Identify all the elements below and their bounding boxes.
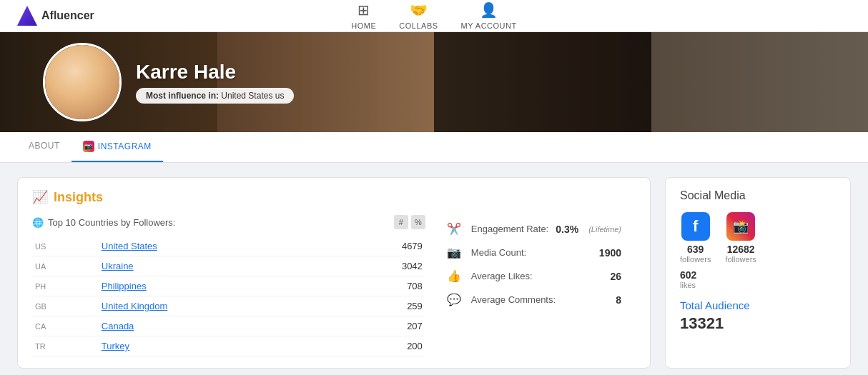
profile-info: Karre Hale Most influence in: United Sta… [136, 61, 294, 104]
country-count: 4679 [337, 236, 425, 256]
stat-icon-media: 📷 [447, 246, 461, 259]
instagram-item: 📸 12682 followers [725, 212, 756, 264]
table-row: PH Philippines 708 [32, 276, 425, 296]
banner-overlay [0, 32, 868, 132]
country-code: UA [35, 262, 49, 271]
country-name[interactable]: Canada [102, 321, 134, 331]
profile-name: Karre Hale [136, 61, 294, 84]
country-code: PH [35, 282, 49, 291]
total-audience-count: 13321 [680, 314, 836, 333]
logo-icon [17, 6, 37, 26]
profile-banner: Karre Hale Most influence in: United Sta… [0, 32, 868, 132]
facebook-followers: 639 [687, 244, 704, 255]
stat-icon-likes: 👍 [447, 269, 461, 283]
country-count: 3042 [337, 256, 425, 276]
stat-label-engagement: Engagement Rate: [471, 224, 548, 234]
facebook-followers-label: followers [680, 255, 711, 264]
percent-btn[interactable]: % [411, 215, 425, 229]
stat-row-media: 📷 Media Count: 1900 [447, 246, 621, 259]
facebook-item: f 639 followers [680, 212, 711, 264]
social-card: Social Media f 639 followers 📸 12682 fol… [665, 177, 851, 369]
stat-note-engagement: (Lifetime) [588, 225, 621, 234]
table-controls: # % [394, 215, 425, 229]
instagram-tab-icon: 📷 [83, 141, 94, 152]
nav-account-label: MY ACCOUNT [461, 21, 517, 30]
stat-value-engagement: 0.3% [556, 224, 578, 235]
hash-btn[interactable]: # [394, 215, 408, 229]
country-code: TR [35, 342, 49, 351]
home-icon: ⊞ [357, 1, 370, 19]
country-count: 708 [337, 276, 425, 296]
tab-instagram-label: INSTAGRAM [98, 141, 152, 151]
table-row: TR Turkey 200 [32, 336, 425, 356]
tab-instagram[interactable]: 📷 INSTAGRAM [71, 132, 163, 162]
country-count: 200 [337, 336, 425, 356]
instagram-followers: 12682 [727, 244, 755, 255]
instagram-social-icon[interactable]: 📸 [726, 212, 755, 241]
country-code: CA [35, 322, 49, 331]
insights-card: 📈 Insights 🌐 Top 10 Countries by Followe… [17, 177, 651, 369]
total-audience-title: Total Audience [680, 299, 836, 311]
globe-icon: 🌐 [32, 217, 44, 228]
tab-about[interactable]: ABOUT [17, 132, 71, 162]
instagram-followers-label: followers [725, 255, 756, 264]
nav-home-label: HOME [351, 21, 376, 30]
main-nav: ⊞ HOME 🤝 COLLABS 👤 MY ACCOUNT [351, 1, 516, 30]
facebook-likes-count: 602 [680, 269, 836, 281]
social-media-title: Social Media [680, 189, 836, 202]
tabs-bar: ABOUT 📷 INSTAGRAM [0, 132, 868, 163]
country-count: 259 [337, 296, 425, 316]
stat-row-likes: 👍 Average Likes: 26 [447, 269, 621, 283]
stat-value-comments: 8 [616, 294, 621, 306]
country-count: 207 [337, 316, 425, 336]
table-row: UA Ukraine 3042 [32, 256, 425, 276]
influence-location: United States us [221, 91, 284, 101]
table-row: GB United Kingdom 259 [32, 296, 425, 316]
influence-badge: Most influence in: United States us [136, 88, 294, 104]
table-row: US United States 4679 [32, 236, 425, 256]
avatar-image [45, 45, 119, 119]
avatar [43, 43, 122, 121]
stats-list: ✂️ Engagement Rate: 0.3% (Lifetime) 📷 Me… [447, 222, 621, 316]
stat-row-engagement: ✂️ Engagement Rate: 0.3% (Lifetime) [447, 222, 621, 236]
country-table: US United States 4679 UA Ukraine 3042 PH… [32, 236, 425, 356]
nav-collabs-label: COLLABS [399, 21, 438, 30]
nav-my-account[interactable]: 👤 MY ACCOUNT [461, 1, 517, 30]
social-icons-row: f 639 followers 📸 12682 followers [680, 212, 836, 264]
account-icon: 👤 [480, 1, 498, 19]
stat-label-likes: Average Likes: [471, 271, 603, 281]
country-name[interactable]: Turkey [102, 341, 129, 351]
country-name[interactable]: United States [102, 241, 157, 251]
collabs-icon: 🤝 [410, 1, 428, 19]
header: Afluencer ⊞ HOME 🤝 COLLABS 👤 MY ACCOUNT [0, 0, 868, 32]
stat-label-media: Media Count: [471, 247, 592, 258]
insights-title: 📈 Insights [32, 189, 636, 205]
nav-collabs[interactable]: 🤝 COLLABS [399, 1, 438, 30]
logo-area: Afluencer [17, 6, 94, 26]
stat-label-comments: Average Comments: [471, 294, 608, 305]
countries-subtitle: 🌐 Top 10 Countries by Followers: # % [32, 215, 425, 229]
logo-text: Afluencer [41, 9, 94, 22]
countries-section: 🌐 Top 10 Countries by Followers: # % US … [32, 215, 425, 356]
country-name[interactable]: United Kingdom [102, 301, 168, 311]
facebook-likes-label: likes [680, 281, 836, 289]
table-row: CA Canada 207 [32, 316, 425, 336]
stat-row-comments: 💬 Average Comments: 8 [447, 293, 621, 306]
country-code: GB [35, 302, 49, 311]
main-content: 📈 Insights 🌐 Top 10 Countries by Followe… [0, 163, 868, 375]
stat-value-likes: 26 [610, 271, 621, 282]
insights-body: 🌐 Top 10 Countries by Followers: # % US … [32, 215, 636, 356]
stat-value-media: 1900 [599, 247, 621, 259]
nav-home[interactable]: ⊞ HOME [351, 1, 376, 30]
country-name[interactable]: Ukraine [102, 261, 134, 271]
influence-label: Most influence in: [146, 91, 219, 101]
stat-icon-comments: 💬 [447, 293, 461, 306]
facebook-icon[interactable]: f [681, 212, 710, 241]
country-code: US [35, 242, 49, 251]
chart-icon: 📈 [32, 189, 48, 205]
stat-icon-engagement: ✂️ [447, 222, 461, 236]
country-name[interactable]: Philippines [102, 281, 147, 291]
stats-section: ✂️ Engagement Rate: 0.3% (Lifetime) 📷 Me… [425, 215, 636, 356]
